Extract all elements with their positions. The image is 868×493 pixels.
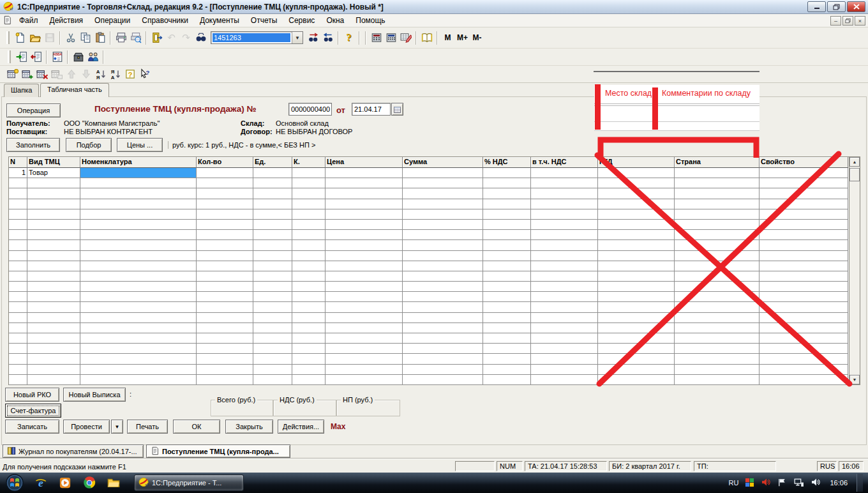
table-cell[interactable]	[403, 313, 483, 323]
table-cell[interactable]	[9, 323, 27, 333]
table-cell[interactable]	[292, 251, 326, 261]
table-cell[interactable]	[80, 333, 197, 344]
table-cell[interactable]	[197, 344, 253, 354]
table-cell[interactable]	[27, 375, 80, 385]
table-cell[interactable]	[483, 313, 531, 323]
table-cell[interactable]	[598, 302, 675, 312]
items-table[interactable]: NВид ТМЦНоменклатураКол-воЕд.К.ЦенаСумма…	[8, 156, 860, 385]
table-cell[interactable]	[80, 313, 197, 323]
table-cell[interactable]	[326, 344, 403, 354]
minimize-button[interactable]	[807, 1, 826, 12]
column-header-3[interactable]: Кол-во	[197, 157, 253, 168]
cut-icon[interactable]	[63, 31, 78, 45]
table-cell[interactable]	[197, 282, 253, 292]
table-cell[interactable]	[403, 271, 483, 282]
table-row[interactable]	[9, 240, 849, 250]
table-cell[interactable]	[253, 375, 292, 385]
table-cell[interactable]	[9, 333, 27, 344]
table-cell[interactable]	[326, 323, 403, 333]
table-cell[interactable]	[403, 282, 483, 292]
scroll-down-button[interactable]: ▼	[849, 375, 860, 384]
table-cell[interactable]	[531, 271, 598, 282]
table-cell[interactable]	[760, 271, 848, 282]
print-button[interactable]: Печать	[127, 420, 168, 434]
table-cell[interactable]	[326, 261, 403, 271]
menu-item-0[interactable]: Файл	[13, 15, 44, 26]
table-cell[interactable]	[27, 323, 80, 333]
table-cell[interactable]	[483, 261, 531, 271]
toolbar-drag-handle[interactable]	[8, 50, 11, 63]
table-cell[interactable]	[27, 199, 80, 209]
table-cell[interactable]	[292, 199, 326, 209]
table-row[interactable]	[9, 292, 849, 302]
language-indicator[interactable]: RU	[729, 479, 739, 487]
sort-az-icon[interactable]: АЯ	[93, 67, 108, 82]
table-cell[interactable]	[292, 271, 326, 282]
table-cell[interactable]	[197, 271, 253, 282]
table-row[interactable]	[9, 271, 849, 282]
table-cell[interactable]	[760, 251, 848, 261]
table-cell[interactable]	[760, 302, 848, 312]
table-cell[interactable]	[403, 375, 483, 385]
table-cell[interactable]	[326, 251, 403, 261]
table-cell[interactable]	[598, 333, 675, 344]
table-cell[interactable]	[531, 230, 598, 240]
table-cell[interactable]	[483, 365, 531, 375]
prices-button[interactable]: Цены ...	[117, 138, 163, 152]
table-cell[interactable]	[197, 313, 253, 323]
table-cell[interactable]	[598, 344, 675, 354]
table-cell[interactable]	[598, 220, 675, 230]
column-header-6[interactable]: Цена	[326, 157, 403, 168]
table-cell[interactable]	[9, 302, 27, 312]
table-cell[interactable]	[80, 375, 197, 385]
media-player-icon[interactable]	[57, 475, 73, 490]
table-cell[interactable]	[531, 220, 598, 230]
table-cell[interactable]	[326, 282, 403, 292]
new-document-icon[interactable]	[13, 31, 27, 45]
table-cell[interactable]	[483, 333, 531, 344]
toolbar-drag-handle[interactable]	[6, 31, 10, 44]
table-cell[interactable]	[760, 168, 848, 178]
table-cell[interactable]	[483, 323, 531, 333]
table-cell[interactable]	[675, 282, 760, 292]
open-folder-icon[interactable]	[27, 31, 42, 45]
table-cell[interactable]	[27, 271, 80, 282]
table-cell[interactable]	[253, 302, 292, 312]
table-cell[interactable]	[760, 178, 848, 188]
table-row[interactable]	[9, 375, 849, 385]
table-cell[interactable]: Товар	[27, 168, 80, 178]
table-cell[interactable]	[292, 344, 326, 354]
pick-button[interactable]: Подбор	[66, 138, 112, 152]
doc-abba-icon[interactable]: АВВА	[50, 50, 64, 64]
table-cell[interactable]	[253, 199, 292, 209]
scroll-up-button[interactable]: ▲	[849, 157, 860, 167]
table-cell[interactable]	[531, 178, 598, 188]
table-cell[interactable]	[27, 313, 80, 323]
table-row[interactable]	[9, 323, 849, 333]
table-cell[interactable]	[760, 292, 848, 302]
table-cell[interactable]	[326, 178, 403, 188]
action-center-flag-icon[interactable]	[777, 478, 787, 489]
table-cell[interactable]	[292, 292, 326, 302]
table-cell[interactable]	[197, 333, 253, 344]
table-cell[interactable]	[9, 209, 27, 220]
table-cell[interactable]	[253, 365, 292, 375]
table-cell[interactable]	[326, 302, 403, 312]
table-cell[interactable]	[598, 230, 675, 240]
table-cell[interactable]	[760, 313, 848, 323]
table-cell[interactable]	[326, 292, 403, 302]
table-cell[interactable]	[598, 240, 675, 250]
table-add-row-icon[interactable]	[20, 67, 34, 82]
table-cell[interactable]	[326, 354, 403, 364]
table-cell[interactable]	[326, 240, 403, 250]
menu-item-5[interactable]: Отчеты	[245, 15, 283, 26]
calculator-small-icon[interactable]	[384, 31, 398, 45]
table-cell[interactable]	[80, 292, 197, 302]
table-cell[interactable]	[403, 230, 483, 240]
table-cell[interactable]	[675, 209, 760, 220]
table-cell[interactable]	[675, 220, 760, 230]
table-cell[interactable]	[403, 168, 483, 178]
table-cell[interactable]	[760, 333, 848, 344]
table-cell[interactable]	[531, 188, 598, 199]
help-icon[interactable]: ?	[341, 31, 356, 45]
